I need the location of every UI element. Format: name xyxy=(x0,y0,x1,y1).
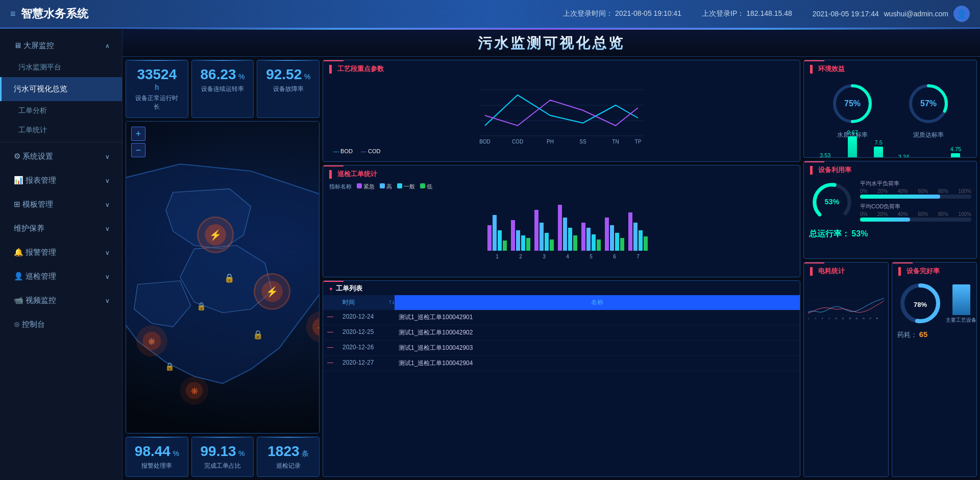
svg-rect-47 xyxy=(526,238,530,251)
fault-label: 设备故障率 xyxy=(265,85,311,93)
svg-text:4: 4 xyxy=(566,254,569,259)
device-util-title: 设备利用率 xyxy=(804,161,976,177)
app-title: 智慧水务系统 xyxy=(21,6,88,21)
wo-header: 时间 ↑↓ 名称 xyxy=(323,295,800,310)
patrol-legend: 指标名称 紧急 高 一般 低 xyxy=(323,181,800,193)
avg-load-label: 平均水平负荷率 xyxy=(860,180,971,187)
zoom-out-button[interactable]: − xyxy=(131,143,145,157)
svg-text:15: 15 xyxy=(842,318,844,320)
sidebar-item-maintenance[interactable]: 维护保养 ∨ xyxy=(0,217,122,241)
sidebar-item-wastewater-monitor[interactable]: 污水监测平台 xyxy=(0,58,122,77)
svg-rect-39 xyxy=(487,225,492,251)
svg-text:53%: 53% xyxy=(825,198,840,206)
map-svg: ⚡ ⚡ ❋ ❋ ⚡ 🔒 xyxy=(126,122,319,433)
report-rate-label: 报警处理率 xyxy=(134,462,180,470)
table-row: — 2020-12-25 测试1_巡检工单100042902 xyxy=(323,325,800,341)
patrol-stats-panel: 巡检工单统计 指标名称 紧急 高 一般 低 xyxy=(323,165,800,277)
svg-rect-64 xyxy=(605,218,609,251)
patrol-count-label: 巡检记录 xyxy=(265,462,311,470)
svg-text:1: 1 xyxy=(808,318,809,320)
chevron-icon: ∨ xyxy=(105,177,110,184)
svg-rect-40 xyxy=(493,215,497,251)
sidebar-item-alarm-mgmt[interactable]: 🔔 报警管理 ∨ xyxy=(0,241,122,265)
power-title: 电耗统计 xyxy=(804,262,888,278)
device-complete-content: 78% 主要工艺设备 主要构筑物 xyxy=(892,278,976,329)
table-row: — 2020-12-27 测试1_巡检工单100042904 xyxy=(323,356,800,371)
logo: ≡ 智慧水务系统 xyxy=(10,6,88,21)
process-params-title: 工艺段重点参数 xyxy=(323,60,800,76)
right-column: 工艺段重点参数 BOD xyxy=(323,60,800,477)
report-rate-stat: 98.44 % 报警处理率 xyxy=(126,437,188,477)
sidebar-item-workorder-analysis[interactable]: 工单分析 xyxy=(0,101,122,121)
svg-text:SS: SS xyxy=(579,139,586,145)
process-line-chart: BOD COD PH SS TN TP xyxy=(328,80,795,146)
svg-rect-55 xyxy=(563,218,567,251)
bar-COD: 9.67 COD xyxy=(846,129,859,158)
svg-text:78%: 78% xyxy=(914,301,927,308)
svg-text:7: 7 xyxy=(636,254,640,259)
main-title-bar: 污水监测可视化总览 xyxy=(122,29,980,57)
complete-rate-value: 99.13 % xyxy=(200,443,246,460)
svg-rect-41 xyxy=(498,230,502,251)
svg-text:⚡: ⚡ xyxy=(209,229,222,241)
circle-container: 75% 水质达标率 57% 泥质达标率 xyxy=(804,76,976,142)
chevron-icon: ∨ xyxy=(105,153,110,160)
last-ip-label: 上次登录IP： 182.148.15.48 xyxy=(702,9,792,18)
runtime-stat: 33524 h 设备正常运行时长 xyxy=(126,60,188,118)
svg-rect-46 xyxy=(521,235,525,251)
header-info: 上次登录时间： 2021-08-05 19:10:41 上次登录IP： 182.… xyxy=(563,6,970,22)
work-order-title: 工单列表 xyxy=(336,284,362,293)
svg-text:12: 12 xyxy=(835,318,837,320)
sidebar-item-template-mgmt[interactable]: ⊞ 模板管理 ∨ xyxy=(0,193,122,217)
svg-text:27: 27 xyxy=(869,318,871,320)
mud-rate-label: 泥质达标率 xyxy=(905,131,951,139)
chevron-icon: ∧ xyxy=(105,42,110,50)
util-bars: 平均水平负荷率 0%20%40%60%80%100% 平均COD负荷率 xyxy=(860,180,971,225)
util-content: 53% 平均水平负荷率 0%20%40%60%80%100% xyxy=(804,177,976,228)
work-order-panel: ● 工单列表 时间 ↑↓ 名称 — 2020-12-24 xyxy=(323,280,800,477)
table-row: — 2020-12-24 测试1_巡检工单100042901 xyxy=(323,310,800,325)
svg-text:57%: 57% xyxy=(920,99,936,108)
svg-rect-70 xyxy=(633,223,638,251)
sidebar-item-system-settings[interactable]: ⚙ 系统设置 ∨ xyxy=(0,145,122,169)
chevron-icon: ∨ xyxy=(105,297,110,304)
runtime-value: 33524 h xyxy=(134,66,180,92)
avatar[interactable]: 👤 xyxy=(953,6,970,22)
process-chart-legend: — BOD — COD xyxy=(328,148,795,154)
sidebar-item-video-monitor[interactable]: 📹 视频监控 ∨ xyxy=(0,289,122,313)
patrol-count-value: 1823 条 xyxy=(265,443,311,460)
bar-main-process: 主要工艺设备 xyxy=(946,284,976,324)
sidebar-item-visualization[interactable]: 污水可视化总览 xyxy=(0,77,122,101)
complete-bars: 主要工艺设备 主要构筑物 无备用设备 xyxy=(943,283,977,324)
bottom-stats-row: 98.44 % 报警处理率 99.13 % 完成工单占比 xyxy=(126,437,320,477)
sidebar-item-report-mgmt[interactable]: 📊 报表管理 ∨ xyxy=(0,169,122,193)
svg-text:TN: TN xyxy=(612,139,619,145)
sidebar-item-workorder-stats[interactable]: 工单统计 xyxy=(0,121,122,140)
sidebar: 🖥 大屏监控 ∧ 污水监测平台 污水可视化总览 工单分析 工单统计 ⚙ 系统设置… xyxy=(0,29,122,480)
sidebar-item-patrol-mgmt[interactable]: 👤 巡检管理 ∨ xyxy=(0,265,122,289)
header: ≡ 智慧水务系统 上次登录时间： 2021-08-05 19:10:41 上次登… xyxy=(0,0,980,29)
svg-rect-59 xyxy=(581,223,585,251)
svg-rect-42 xyxy=(503,241,507,251)
svg-text:75%: 75% xyxy=(844,99,860,108)
continuous-value: 86.23 % xyxy=(200,66,246,83)
bar-BOD: 3.53 BOD xyxy=(819,152,831,158)
avg-cod-label: 平均COD负荷率 xyxy=(860,203,971,210)
sidebar-item-dashscreen[interactable]: 🖥 大屏监控 ∧ xyxy=(0,34,122,58)
bar-main-structure: 主要构筑物 xyxy=(976,292,977,324)
work-order-table: 时间 ↑↓ 名称 — 2020-12-24 测试1_巡检工单100042901 … xyxy=(323,295,800,371)
svg-rect-72 xyxy=(644,236,648,251)
zoom-in-button[interactable]: + xyxy=(131,127,145,141)
user-info: 2021-08-05 19:17:44 wushui@admin.com 👤 xyxy=(813,6,970,22)
bar-SS: 3.24 SS xyxy=(898,154,909,158)
patrol-bar-chart: 1 2 3 xyxy=(327,195,796,261)
sidebar-item-console[interactable]: ⊙ 控制台 xyxy=(0,313,122,337)
svg-text:🔒: 🔒 xyxy=(197,301,207,311)
svg-rect-44 xyxy=(511,220,515,251)
svg-rect-52 xyxy=(550,239,554,251)
menu-icon[interactable]: ≡ xyxy=(10,9,16,19)
avg-cod-fill xyxy=(860,218,910,222)
continuous-stat: 86.23 % 设备连续运转率 xyxy=(191,60,254,118)
avg-load-row: 平均水平负荷率 0%20%40%60%80%100% xyxy=(860,180,971,199)
chevron-icon: ∨ xyxy=(105,201,110,208)
